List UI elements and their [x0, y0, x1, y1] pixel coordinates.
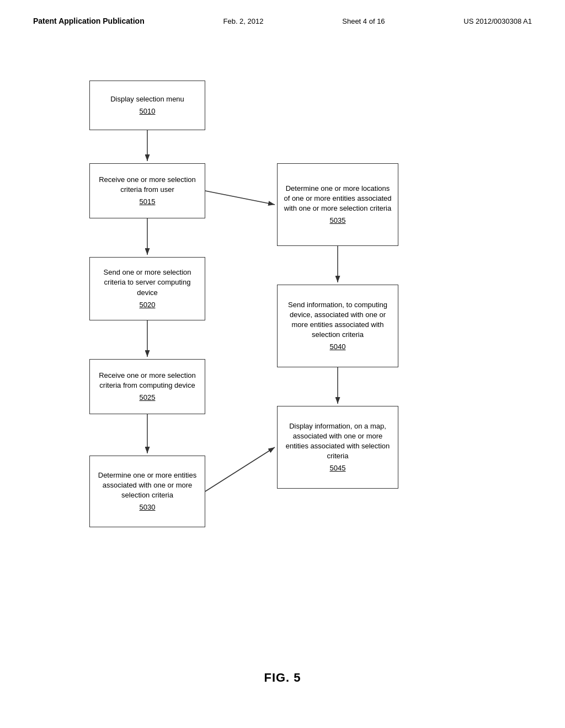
box-5035-label: Determine one or more locations of one o…: [283, 184, 392, 214]
box-5010-label: Display selection menu: [110, 94, 184, 104]
flowbox-5045: Display information, on a map, associate…: [277, 406, 398, 489]
figure-label: FIG. 5: [0, 671, 565, 685]
box-5040-id: 5040: [330, 342, 346, 352]
flowbox-5030: Determine one or more entities associate…: [89, 456, 205, 527]
box-5025-id: 5025: [140, 393, 156, 403]
svg-line-8: [205, 447, 275, 491]
publication-date: Feb. 2, 2012: [223, 17, 263, 25]
box-5040-label: Send information, to computing device, a…: [283, 300, 392, 340]
box-5015-label: Receive one or more selection criteria f…: [95, 175, 199, 195]
box-5015-id: 5015: [140, 197, 156, 207]
flowbox-5025: Receive one or more selection criteria f…: [89, 359, 205, 414]
flowbox-5015: Receive one or more selection criteria f…: [89, 163, 205, 218]
flowbox-5010: Display selection menu 5010: [89, 81, 205, 130]
page-header: Patent Application Publication Feb. 2, 2…: [0, 0, 565, 36]
box-5035-id: 5035: [330, 216, 346, 226]
flowchart-diagram: Display selection menu 5010 Receive one …: [34, 53, 531, 660]
flowbox-5040: Send information, to computing device, a…: [277, 285, 398, 367]
sheet-info: Sheet 4 of 16: [342, 17, 385, 25]
box-5030-label: Determine one or more entities associate…: [95, 470, 199, 501]
flowbox-5035: Determine one or more locations of one o…: [277, 163, 398, 246]
box-5020-label: Send one or more selection criteria to s…: [95, 267, 199, 298]
box-5030-id: 5030: [140, 502, 156, 512]
flowbox-5020: Send one or more selection criteria to s…: [89, 257, 205, 320]
svg-line-5: [205, 191, 275, 205]
box-5020-id: 5020: [140, 300, 156, 310]
publication-title: Patent Application Publication: [33, 17, 145, 25]
box-5045-label: Display information, on a map, associate…: [283, 421, 392, 462]
box-5010-id: 5010: [140, 106, 156, 116]
patent-number: US 2012/0030308 A1: [463, 17, 532, 25]
box-5045-id: 5045: [330, 463, 346, 473]
box-5025-label: Receive one or more selection criteria f…: [95, 371, 199, 390]
